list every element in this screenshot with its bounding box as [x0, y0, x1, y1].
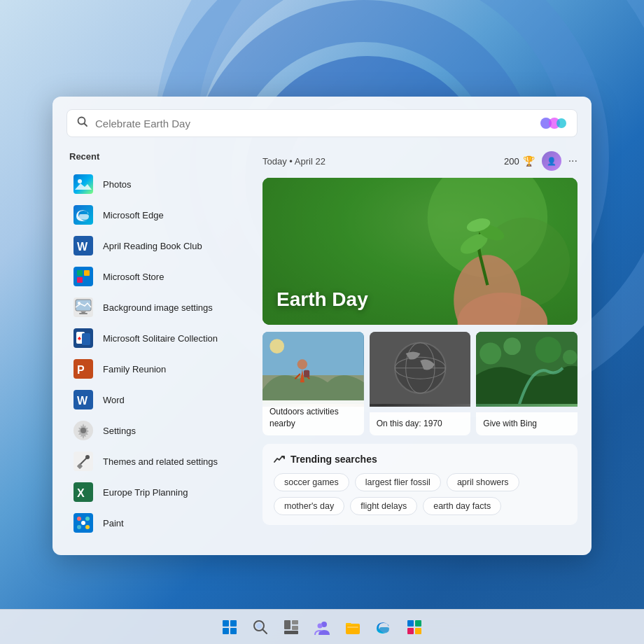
svg-rect-75	[292, 626, 298, 630]
more-button[interactable]: ···	[568, 155, 578, 167]
svg-text:W: W	[77, 241, 88, 253]
outdoors-card[interactable]: Outdoors activities nearby	[262, 332, 364, 435]
svg-point-6	[78, 179, 82, 183]
hero-card[interactable]: Earth Day	[262, 178, 578, 325]
svg-point-64	[536, 337, 561, 363]
recent-item-reading[interactable]: W April Reading Book Club	[66, 230, 248, 261]
hero-title: Earth Day	[276, 288, 368, 311]
recent-item-bg-settings[interactable]: Background image settings	[66, 292, 248, 323]
recent-item-solitaire[interactable]: ♠ Microsoft Solitaire Collection	[66, 323, 248, 354]
paint-icon	[72, 512, 94, 534]
hero-image: Earth Day	[262, 178, 578, 325]
taskbar-store[interactable]	[400, 613, 428, 641]
date-separator: •	[289, 156, 294, 167]
taskbar-taskview[interactable]	[277, 613, 305, 641]
word-icon: W	[72, 388, 94, 411]
main-content: Recent	[66, 151, 578, 538]
taskbar-search[interactable]	[246, 613, 274, 641]
svg-text:♠: ♠	[78, 335, 81, 342]
tag-april[interactable]: april showers	[447, 473, 519, 491]
family-icon: P	[72, 358, 94, 380]
word-label: Word	[103, 395, 125, 405]
store-label: Microsoft Store	[103, 272, 164, 282]
svg-rect-76	[284, 631, 298, 634]
svg-point-40	[85, 525, 90, 529]
recent-section-title: Recent	[66, 151, 248, 162]
recent-item-edge[interactable]: Microsoft Edge	[66, 200, 248, 230]
trending-section: Trending searches soccer games largest f…	[262, 444, 578, 525]
recent-item-themes[interactable]: Themes and related settings	[66, 446, 248, 477]
tag-flight[interactable]: flight delays	[350, 497, 417, 515]
recent-item-photos[interactable]: Photos	[66, 169, 248, 200]
reading-label: April Reading Book Club	[103, 241, 202, 251]
svg-rect-82	[415, 620, 421, 626]
recent-item-family[interactable]: P Family Reunion	[66, 354, 248, 384]
recent-item-settings[interactable]: Settings	[66, 415, 248, 446]
trophy-icon: 🏆	[523, 155, 535, 167]
svg-point-39	[77, 525, 81, 529]
date-header: Today • April 22 200 🏆 👤 ···	[262, 151, 578, 171]
tag-soccer[interactable]: soccer games	[274, 473, 349, 491]
svg-rect-69	[230, 628, 237, 634]
bing-logo	[540, 115, 567, 131]
svg-rect-68	[223, 628, 229, 634]
trending-title: Trending searches	[274, 454, 566, 465]
svg-point-54	[270, 339, 284, 354]
points-value: 200	[504, 156, 519, 167]
edge-label: Microsoft Edge	[103, 210, 164, 220]
search-icon	[77, 116, 88, 130]
svg-rect-80	[347, 626, 358, 628]
svg-line-1	[85, 124, 88, 127]
recent-item-paint[interactable]: Paint	[66, 507, 248, 538]
svg-rect-74	[292, 620, 298, 624]
family-label: Family Reunion	[103, 364, 166, 374]
tag-fossil[interactable]: largest flier fossil	[355, 473, 441, 491]
onthisday-card[interactable]: On this day: 1970	[370, 332, 471, 435]
left-panel: Recent	[66, 151, 248, 538]
svg-text:P: P	[77, 364, 85, 376]
onthisday-image	[370, 332, 471, 407]
svg-point-72	[256, 623, 262, 629]
svg-text:W: W	[77, 395, 88, 407]
svg-text:X: X	[77, 487, 85, 499]
photos-icon	[72, 173, 94, 195]
today-label: Today	[262, 156, 287, 167]
taskbar-edge[interactable]	[370, 613, 398, 641]
outdoors-label: Outdoors activities nearby	[262, 400, 364, 435]
svg-rect-83	[407, 628, 414, 634]
settings-icon	[72, 419, 94, 442]
svg-point-4	[556, 118, 566, 128]
svg-rect-73	[284, 620, 290, 629]
points-badge: 200 🏆	[504, 155, 535, 167]
date-value: April 22	[295, 156, 326, 167]
svg-rect-12	[84, 270, 90, 276]
svg-rect-84	[415, 628, 421, 634]
svg-point-18	[78, 302, 80, 304]
bg-settings-label: Background image settings	[103, 302, 213, 313]
small-cards: Outdoors activities nearby	[262, 332, 578, 435]
svg-point-32	[85, 455, 90, 459]
svg-rect-79	[346, 624, 360, 634]
search-input[interactable]	[95, 118, 540, 130]
reading-icon: W	[72, 234, 94, 257]
svg-rect-22	[82, 333, 90, 345]
givewithbing-card[interactable]: Give with Bing	[476, 332, 578, 435]
taskbar-windows[interactable]	[216, 613, 244, 641]
svg-rect-13	[77, 277, 83, 283]
user-avatar[interactable]: 👤	[542, 151, 561, 171]
givewithbing-label: Give with Bing	[476, 412, 578, 435]
recent-item-europe[interactable]: X Europe Trip Planning	[66, 477, 248, 507]
edge-icon	[72, 204, 94, 226]
svg-rect-11	[77, 270, 83, 276]
search-bar	[66, 109, 578, 137]
svg-rect-10	[74, 267, 93, 286]
bg-settings-icon	[72, 296, 94, 318]
taskbar-teams[interactable]	[308, 613, 336, 641]
taskbar-explorer[interactable]	[339, 613, 367, 641]
tag-earthday[interactable]: earth day facts	[423, 497, 501, 515]
date-text: Today • April 22	[262, 156, 326, 167]
recent-item-store[interactable]: Microsoft Store	[66, 261, 248, 292]
taskbar	[0, 609, 644, 644]
tag-mothers[interactable]: mother's day	[274, 497, 344, 515]
recent-item-word[interactable]: W Word	[66, 384, 248, 415]
